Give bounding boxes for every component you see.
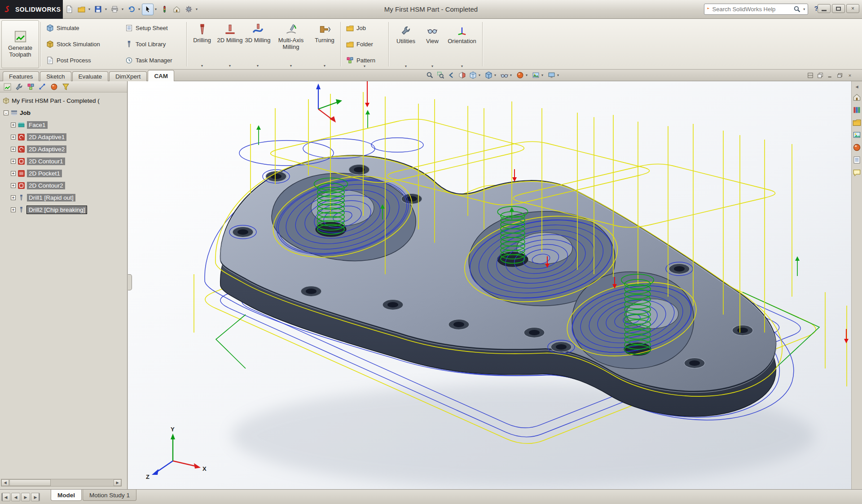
view-dropdown-icon[interactable]: ▼ <box>430 65 435 68</box>
turning-button[interactable]: Turning ▼ <box>310 20 339 68</box>
hide-show-items-button[interactable]: ▼ <box>500 71 514 79</box>
utilities-dropdown-icon[interactable]: ▼ <box>404 65 408 68</box>
custom-properties-icon[interactable] <box>853 156 861 164</box>
scrollbar-thumb[interactable] <box>9 479 51 486</box>
multi-axis-dropdown-icon[interactable]: ▼ <box>289 64 293 68</box>
collapse-icon[interactable]: - <box>4 110 9 115</box>
expand-icon[interactable]: + <box>11 123 16 127</box>
task-manager-button[interactable]: Task Manager <box>123 56 183 65</box>
search-dropdown-icon[interactable]: ▼ <box>803 8 806 11</box>
2d-milling-dropdown-icon[interactable]: ▼ <box>228 64 232 68</box>
folder-button[interactable]: Folder <box>344 39 385 49</box>
view-button[interactable]: View ▼ <box>422 20 443 68</box>
scroll-right-button[interactable]: ▶ <box>114 479 121 486</box>
task-pane-collapse-icon[interactable]: ◀ <box>855 85 858 89</box>
stock-simulation-button[interactable]: Stock Simulation <box>44 39 119 49</box>
open-dropdown-icon[interactable]: ▼ <box>87 8 92 11</box>
orientation-dropdown-icon[interactable]: ▼ <box>460 65 464 68</box>
tree-item-job[interactable]: - Job <box>0 107 127 119</box>
viewport-canvas[interactable]: Y X Z <box>128 81 851 489</box>
new-document-button[interactable] <box>63 4 75 15</box>
previous-tab-button[interactable]: ◀ <box>11 493 20 501</box>
undo-button[interactable] <box>125 4 137 15</box>
view-orientation-button[interactable]: ▼ <box>469 71 482 79</box>
design-library-icon[interactable] <box>853 105 861 114</box>
section-view-button[interactable] <box>458 71 466 79</box>
select-tool-button[interactable] <box>142 4 154 15</box>
pattern-dropdown-icon[interactable]: ▼ <box>362 65 367 68</box>
tool-library-button[interactable]: Tool Library <box>123 39 183 49</box>
2d-milling-button[interactable]: 2D Milling ▼ <box>216 20 244 68</box>
panel-splitter-handle[interactable] <box>128 274 132 290</box>
expand-icon[interactable]: + <box>11 135 16 140</box>
last-tab-button[interactable]: ▶ <box>31 493 40 501</box>
motion-study-tab[interactable]: Motion Study 1 <box>83 490 136 501</box>
solidworks-resources-icon[interactable] <box>853 93 861 101</box>
next-tab-button[interactable]: ▶ <box>21 493 30 501</box>
generate-toolpath-button[interactable]: Generate Toolpath <box>1 20 39 68</box>
undo-dropdown-icon[interactable]: ▼ <box>137 8 141 11</box>
expand-icon[interactable]: + <box>11 207 16 212</box>
3d-milling-button[interactable]: 3D Milling ▼ <box>244 20 272 68</box>
tree-item-2d-contour1[interactable]: + 2D Contour1 <box>0 155 127 167</box>
multi-axis-milling-button[interactable]: Multi-Axis Milling ▼ <box>272 20 310 68</box>
zoom-area-button[interactable] <box>436 71 445 79</box>
drilling-button[interactable]: Drilling ▼ <box>188 20 216 68</box>
tree-item-drill1[interactable]: + Drill1 [Rapid out] <box>0 192 127 204</box>
forum-icon[interactable] <box>853 168 861 177</box>
doc-tile-button[interactable] <box>806 71 814 79</box>
doc-restore-button[interactable] <box>836 71 844 79</box>
expand-icon[interactable]: + <box>11 183 16 188</box>
feature-manager-tab-icon[interactable] <box>4 83 11 91</box>
doc-minimize-button[interactable] <box>826 71 834 79</box>
open-button[interactable] <box>75 4 87 15</box>
expand-icon[interactable]: + <box>11 159 16 164</box>
expand-icon[interactable]: + <box>11 195 16 200</box>
view-settings-button[interactable]: ▼ <box>547 71 561 79</box>
help-search-input[interactable] <box>712 6 792 13</box>
print-button[interactable] <box>109 4 120 15</box>
save-button[interactable] <box>92 4 104 15</box>
appearance-button[interactable] <box>171 4 182 15</box>
previous-view-button[interactable] <box>447 71 456 79</box>
tab-dimxpert[interactable]: DimXpert <box>109 71 147 82</box>
post-process-button[interactable]: Post Process <box>44 56 119 65</box>
close-button[interactable]: × <box>846 4 859 13</box>
select-dropdown-icon[interactable]: ▼ <box>154 8 158 11</box>
display-manager-tab-icon[interactable] <box>50 83 58 91</box>
tab-sketch[interactable]: Sketch <box>40 71 71 82</box>
zoom-fit-button[interactable] <box>426 71 434 79</box>
drilling-dropdown-icon[interactable]: ▼ <box>200 64 204 68</box>
tree-item-drill2[interactable]: + Drill2 [Chip breaking] <box>0 204 127 216</box>
model-tab[interactable]: Model <box>51 490 82 501</box>
first-tab-button[interactable]: ◀ <box>1 493 10 501</box>
tree-item-2d-pocket1[interactable]: + 2D Pocket1 <box>0 167 127 180</box>
utilities-button[interactable]: Utilities ▼ <box>390 20 422 68</box>
minimize-button[interactable] <box>818 4 831 13</box>
view-palette-icon[interactable] <box>853 131 861 139</box>
file-explorer-icon[interactable] <box>853 118 861 127</box>
apply-scene-button[interactable]: ▼ <box>532 71 545 79</box>
search-icon[interactable] <box>793 5 801 13</box>
scroll-left-button[interactable]: ◀ <box>1 479 9 486</box>
tree-item-2d-adaptive1[interactable]: + 2D Adaptive1 <box>0 131 127 143</box>
job-button[interactable]: Job <box>344 23 385 33</box>
turning-dropdown-icon[interactable]: ▼ <box>322 64 327 68</box>
options-button[interactable] <box>183 4 194 15</box>
appearances-scenes-icon[interactable] <box>853 143 861 152</box>
options-dropdown-icon[interactable]: ▼ <box>194 8 199 11</box>
pattern-button[interactable]: Pattern <box>344 56 385 65</box>
display-style-button[interactable]: ▼ <box>484 71 498 79</box>
tree-horizontal-scrollbar[interactable]: ◀ ▶ <box>1 479 122 486</box>
tree-root-item[interactable]: My First HSM Part - Completed ( <box>0 95 127 107</box>
tree-item-2d-contour2[interactable]: + 2D Contour2 <box>0 180 127 192</box>
orientation-button[interactable]: Orientation ▼ <box>443 20 481 68</box>
setup-sheet-button[interactable]: Setup Sheet <box>123 23 183 33</box>
tree-filter-icon[interactable] <box>62 83 70 91</box>
tree-item-2d-adaptive2[interactable]: + 2D Adaptive2 <box>0 143 127 155</box>
3d-milling-dropdown-icon[interactable]: ▼ <box>255 64 260 68</box>
graphics-viewport[interactable]: Y X Z <box>128 81 851 489</box>
save-dropdown-icon[interactable]: ▼ <box>104 8 108 11</box>
doc-close-button[interactable]: × <box>846 71 854 79</box>
maximize-button[interactable] <box>832 4 845 13</box>
